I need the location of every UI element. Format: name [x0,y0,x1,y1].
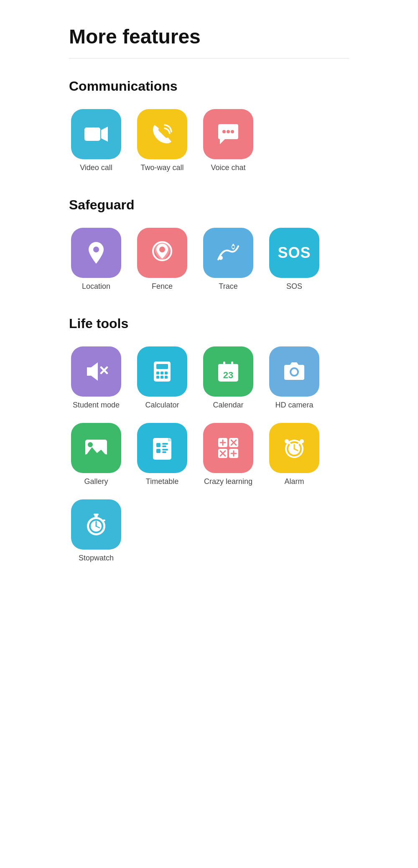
svg-rect-13 [156,364,168,369]
svg-point-3 [227,130,230,133]
location-pin-icon [83,239,110,266]
voice-chat-label: Voice chat [211,163,245,172]
svg-rect-0 [84,127,100,141]
list-item[interactable]: SOS SOS [267,228,321,291]
svg-rect-35 [162,443,168,445]
calculator-icon-box [137,346,187,397]
svg-rect-14 [156,372,159,374]
svg-rect-16 [165,372,168,374]
calculator-label: Calculator [145,401,179,410]
list-item[interactable]: Video call [69,109,123,172]
svg-rect-24 [223,361,225,367]
svg-rect-37 [156,449,161,453]
list-item[interactable]: Timetable [135,423,189,486]
voice-chat-icon-box [203,109,253,159]
timetable-icon-box [137,423,187,473]
video-call-label: Video call [80,163,112,172]
calendar-icon: 23 [215,358,242,385]
list-item[interactable]: Calculator [135,346,189,410]
fence-icon [149,239,176,266]
section-communications: Communications Video call Two-w [69,79,349,172]
life-tools-grid: Student mode Calculator [69,346,349,563]
svg-point-28 [291,369,297,375]
crazy-learning-icon-box [203,423,253,473]
svg-point-4 [231,130,234,133]
gallery-icon-box [71,423,121,473]
list-item[interactable]: Two-way call [135,109,189,172]
svg-rect-67 [94,514,99,515]
sos-label: SOS [286,282,302,291]
chat-icon [215,121,242,148]
svg-rect-34 [156,443,161,447]
svg-point-2 [222,130,226,133]
svg-rect-25 [231,361,233,367]
svg-rect-23 [218,364,238,370]
svg-point-57 [285,439,289,443]
svg-rect-68 [103,519,105,521]
calculator-icon [149,358,176,385]
camera-icon [281,358,308,385]
communications-grid: Video call Two-way call [69,109,349,172]
list-item[interactable]: Fence [135,228,189,291]
student-mode-icon-box [71,346,121,397]
list-item[interactable]: Stopwatch [69,499,123,563]
svg-point-9 [232,246,234,248]
svg-rect-31 [85,454,107,456]
crazy-learning-icon [215,435,242,461]
phone-icon [149,121,176,148]
trace-label: Trace [219,282,237,291]
two-way-call-icon-box [137,109,187,159]
hd-camera-icon-box [269,346,319,397]
calendar-icon-box: 23 [203,346,253,397]
trace-icon [215,239,242,266]
stopwatch-icon [83,511,110,538]
section-title-safeguard: Safeguard [69,197,349,213]
stopwatch-icon-box [71,499,121,550]
svg-rect-15 [161,372,163,374]
calendar-label: Calendar [213,401,243,410]
divider [69,58,349,59]
stopwatch-label: Stopwatch [79,554,114,563]
safeguard-grid: Location Fence [69,228,349,291]
crazy-learning-label: Crazy learning [204,477,252,486]
trace-icon-box [203,228,253,278]
svg-point-5 [93,247,99,252]
svg-text:23: 23 [223,370,233,380]
sos-icon-box: SOS [269,228,319,278]
list-item[interactable]: Alarm [267,423,321,486]
alarm-icon [281,435,308,461]
section-title-life-tools: Life tools [69,316,349,331]
svg-point-8 [219,256,223,260]
list-item[interactable]: Voice chat [201,109,255,172]
svg-rect-38 [162,449,168,451]
timetable-label: Timetable [146,477,178,486]
svg-marker-1 [101,127,108,142]
student-mode-label: Student mode [73,401,120,410]
svg-point-58 [300,439,304,443]
list-item[interactable]: HD camera [267,346,321,410]
two-way-call-label: Two-way call [140,163,184,172]
student-icon [83,358,110,385]
section-title-communications: Communications [69,79,349,94]
list-item[interactable]: Crazy learning [201,423,255,486]
video-icon [83,121,110,148]
fence-icon-box [137,228,187,278]
list-item[interactable]: Gallery [69,423,123,486]
hd-camera-label: HD camera [275,401,313,410]
list-item[interactable]: 23 Calendar [201,346,255,410]
gallery-label: Gallery [84,477,108,486]
alarm-icon-box [269,423,319,473]
page-title: More features [69,25,349,48]
list-item[interactable]: Student mode [69,346,123,410]
video-call-icon-box [71,109,121,159]
svg-point-32 [88,442,93,447]
list-item[interactable]: Location [69,228,123,291]
sos-text: SOS [278,244,311,262]
section-life-tools: Life tools Student mode [69,316,349,563]
location-label: Location [82,282,110,291]
location-icon-box [71,228,121,278]
list-item[interactable]: Trace [201,228,255,291]
section-safeguard: Safeguard Location Fence [69,197,349,291]
timetable-icon [149,435,176,461]
fence-label: Fence [152,282,173,291]
